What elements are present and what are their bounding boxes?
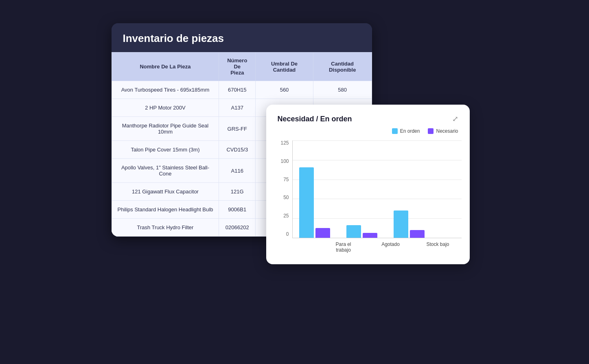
chart-legend: En orden Necesario — [278, 128, 458, 134]
card-title: Inventario de piezas — [112, 23, 372, 52]
scene: Inventario de piezas Nombre De La Pieza … — [112, 23, 478, 341]
bar-en-orden — [299, 167, 314, 238]
y-axis-label: 100 — [278, 159, 289, 164]
y-axis-label: 0 — [278, 232, 289, 237]
bar-necesario — [410, 230, 425, 238]
x-labels: Para el trabajoAgotadoStock bajo — [307, 238, 462, 253]
col-header-name: Nombre De La Pieza — [112, 53, 219, 81]
bar-necesario — [315, 228, 330, 238]
legend-dot-blue — [392, 128, 398, 134]
x-axis-label: Stock bajo — [423, 241, 453, 253]
bar-group — [394, 211, 425, 238]
y-axis: 0255075100125 — [278, 140, 289, 238]
cell-threshold: 560 — [256, 81, 313, 99]
bar-en-orden — [394, 211, 408, 238]
cell-available: 580 — [313, 81, 372, 99]
y-axis-label: 50 — [278, 195, 289, 200]
y-axis-label: 125 — [278, 140, 289, 145]
cell-number: 02066202 — [219, 219, 256, 237]
col-header-threshold: Umbral De Cantidad — [256, 53, 313, 81]
chart-title: Necesidad / En orden — [278, 115, 352, 123]
y-axis-label: 75 — [278, 177, 289, 182]
legend-en-orden: En orden — [392, 128, 420, 134]
expand-icon[interactable]: ⤢ — [452, 114, 458, 123]
chart-content: 0255075100125 Para el trabajoAgotadoStoc… — [278, 140, 458, 253]
chart-card: Necesidad / En orden ⤢ En orden Necesari… — [266, 105, 470, 264]
cell-name: Talon Pipe Cover 15mm (3m) — [112, 141, 219, 159]
cell-name: Manthorpe Radiotor Pipe Guide Seal 10mm — [112, 117, 219, 141]
bar-group — [299, 167, 330, 238]
x-axis-label: Para el trabajo — [328, 241, 359, 253]
col-header-number: Número DePieza — [219, 53, 256, 81]
table-row: Avon Turbospeed Tires - 695x185mm 670H15… — [112, 81, 372, 99]
cell-number: 670H15 — [219, 81, 256, 99]
chart-right: Para el trabajoAgotadoStock bajo — [292, 140, 462, 253]
bars-container — [292, 140, 462, 238]
cell-number: A116 — [219, 159, 256, 183]
cell-name: Avon Turbospeed Tires - 695x185mm — [112, 81, 219, 99]
legend-necesario: Necesario — [428, 128, 458, 134]
cell-name: 121 Gigawatt Flux Capacitor — [112, 183, 219, 201]
col-header-available: Cantidad Disponible — [313, 53, 372, 81]
cell-number: 9006B1 — [219, 201, 256, 219]
bar-group — [346, 225, 377, 238]
cell-name: Apollo Valves, 1" Stainless Steel Ball-C… — [112, 159, 219, 183]
cell-name: Trash Truck Hydro Filter — [112, 219, 219, 237]
table-header-row: Nombre De La Pieza Número DePieza Umbral… — [112, 53, 372, 81]
cell-name: Philips Standard Halogen Headlight Bulb — [112, 201, 219, 219]
cell-number: CVD15/3 — [219, 141, 256, 159]
cell-number: A137 — [219, 99, 256, 117]
legend-dot-purple — [428, 128, 434, 134]
bar-en-orden — [346, 225, 361, 238]
cell-name: 2 HP Motor 200V — [112, 99, 219, 117]
y-axis-label: 25 — [278, 213, 289, 218]
legend-label-necesario: Necesario — [436, 128, 458, 134]
bar-necesario — [363, 233, 377, 238]
legend-label-en-orden: En orden — [400, 128, 420, 134]
chart-header: Necesidad / En orden ⤢ — [278, 114, 458, 123]
cell-number: 121G — [219, 183, 256, 201]
x-axis-label: Agotado — [375, 241, 406, 253]
cell-number: GRS-FF — [219, 117, 256, 141]
